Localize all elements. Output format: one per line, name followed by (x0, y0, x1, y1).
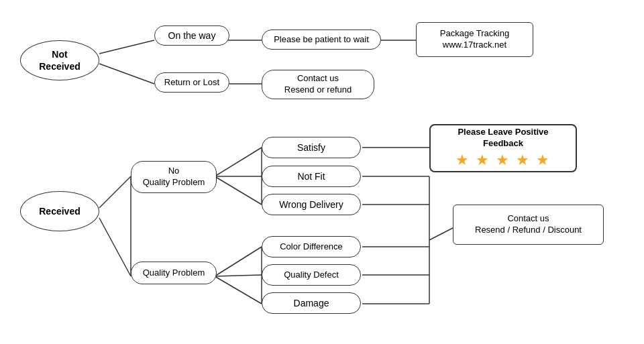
svg-line-14 (215, 276, 262, 304)
contact-refund-node: Contact us Resend / Refund / Discount (453, 205, 604, 245)
svg-line-12 (215, 247, 262, 276)
svg-line-8 (215, 148, 262, 176)
svg-line-10 (215, 176, 262, 205)
received-node: Received (20, 191, 99, 231)
satisfy-node: Satisfy (262, 137, 361, 158)
color-difference-node: Color Difference (262, 236, 361, 257)
svg-line-23 (429, 228, 453, 240)
svg-line-6 (99, 218, 131, 276)
star-rating: ★ ★ ★ ★ ★ (455, 151, 551, 170)
patient-wait-node: Please be patient to wait (262, 30, 381, 50)
package-tracking-node: Package Tracking www.17track.net (416, 22, 533, 57)
svg-line-13 (215, 275, 262, 276)
quality-problem-node: Quality Problem (131, 262, 217, 284)
wrong-delivery-node: Wrong Delivery (262, 194, 361, 215)
quality-defect-node: Quality Defect (262, 264, 361, 286)
svg-line-0 (99, 40, 154, 54)
feedback-node: Please Leave Positive Feedback ★ ★ ★ ★ ★ (429, 124, 577, 172)
svg-line-5 (99, 176, 131, 208)
on-the-way-node: On the way (154, 25, 229, 46)
return-lost-node: Return or Lost (154, 72, 229, 93)
no-quality-problem-node: No Quality Problem (131, 161, 217, 193)
damage-node: Damage (262, 292, 361, 314)
not-received-node: Not Received (20, 40, 99, 80)
svg-line-1 (99, 64, 154, 84)
not-fit-node: Not Fit (262, 166, 361, 187)
contact-resend-node: Contact us Resend or refund (262, 70, 374, 99)
